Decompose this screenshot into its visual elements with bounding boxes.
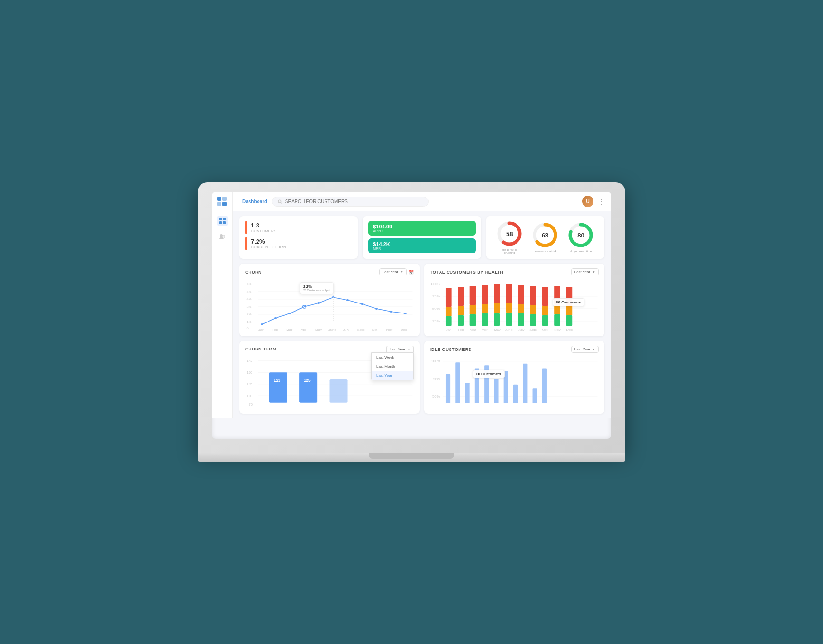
svg-text:June: June	[505, 328, 513, 331]
svg-rect-82	[518, 285, 524, 304]
svg-text:50%: 50%	[432, 394, 440, 398]
svg-text:Apr: Apr	[301, 328, 307, 331]
search-icon	[278, 199, 282, 204]
main-content: Dashboard U ⋮	[233, 192, 611, 418]
svg-text:3%: 3%	[247, 305, 252, 308]
idle-customers-chart-card: IDLE CUSTOMERS Last Year ▼ 100%	[424, 341, 604, 414]
svg-rect-117	[299, 372, 317, 403]
svg-rect-2	[217, 202, 221, 206]
svg-rect-76	[494, 284, 500, 303]
more-menu-icon[interactable]: ⋮	[598, 198, 604, 205]
donut-need-time: 80 do you need time	[568, 222, 593, 253]
donut-1-label: are at risk of churning	[497, 248, 522, 254]
svg-rect-127	[455, 362, 460, 403]
donut-3-value: 80	[577, 232, 584, 239]
churn-tooltip-sub: 28 Customers in April	[303, 289, 330, 292]
svg-text:Sept: Sept	[529, 328, 537, 331]
svg-rect-3	[222, 202, 227, 206]
svg-text:July: July	[518, 328, 525, 331]
svg-point-38	[361, 303, 363, 305]
dropdown-item-last-month[interactable]: Last Month	[372, 362, 413, 371]
search-box[interactable]	[272, 197, 428, 207]
kpi-mrr-value: $14.2K	[373, 241, 470, 247]
kpi-customers-value: 1.3	[251, 222, 277, 229]
svg-rect-131	[494, 379, 498, 403]
svg-rect-90	[554, 305, 560, 314]
svg-text:25%: 25%	[432, 320, 440, 322]
svg-text:Mar: Mar	[286, 328, 293, 331]
svg-rect-0	[217, 197, 221, 201]
sidebar-item-dashboard[interactable]	[217, 216, 228, 226]
svg-rect-89	[554, 314, 560, 326]
svg-rect-93	[566, 306, 573, 315]
kpi-card-customers-churn: 1.3 Customers 7.2% Current Churn	[239, 216, 358, 259]
svg-rect-92	[566, 315, 573, 326]
svg-point-8	[220, 234, 223, 237]
idle-customers-chart-title: IDLE CUSTOMERS	[430, 347, 471, 352]
donut-3-label: do you need time	[570, 250, 592, 253]
svg-rect-136	[542, 368, 547, 403]
dropdown-item-last-year[interactable]: Last Year	[372, 371, 413, 380]
svg-rect-65	[458, 315, 464, 326]
search-input[interactable]	[285, 199, 422, 204]
svg-rect-5	[223, 218, 226, 220]
svg-text:Jan: Jan	[446, 328, 451, 331]
svg-point-40	[390, 311, 392, 313]
svg-rect-63	[446, 307, 452, 316]
total-customers-chart-title: TOTAL CUSTOMERS BY HEALTH	[430, 270, 504, 275]
charts-row-2: CHURN TERM Last Year ▲ Last Week	[239, 341, 604, 414]
svg-point-31	[261, 323, 263, 325]
total-customers-badge: 60 Customers	[553, 298, 584, 306]
nav-dashboard-label[interactable]: Dashboard	[242, 199, 267, 204]
svg-text:Nov: Nov	[554, 328, 561, 331]
svg-point-32	[274, 317, 277, 319]
svg-text:July: July	[343, 328, 349, 331]
svg-text:5%: 5%	[247, 290, 252, 293]
churn-calendar-icon[interactable]: 📅	[409, 270, 414, 275]
kpi-churn: 7.2% Current Churn	[245, 237, 352, 250]
churn-chart-card: CHURN Last Year ▼ 📅	[239, 264, 420, 336]
dropdown-item-last-week[interactable]: Last Week	[372, 353, 413, 362]
laptop-base	[198, 453, 625, 462]
churn-tooltip-value: 2.2%	[303, 284, 330, 289]
kpi-bar-customers	[245, 221, 247, 234]
kpi-customers: 1.3 Customers	[245, 221, 352, 234]
total-customers-bar-chart: 100% 75% 50% 25%	[430, 279, 599, 331]
svg-text:100: 100	[247, 394, 253, 398]
svg-text:75%: 75%	[432, 377, 440, 381]
churn-term-chart-title: CHURN TERM	[245, 347, 277, 351]
svg-text:Oct: Oct	[372, 328, 377, 331]
churn-chart-title: CHURN	[245, 270, 262, 275]
svg-text:Sept: Sept	[357, 328, 365, 331]
total-customers-filter[interactable]: Last Year ▼	[571, 268, 599, 275]
svg-rect-71	[482, 313, 488, 326]
avatar: U	[582, 196, 593, 207]
idle-customers-badge: 60 Customers	[473, 370, 505, 378]
svg-text:125: 125	[247, 382, 253, 386]
idle-customers-filter-arrow: ▼	[592, 348, 595, 351]
svg-text:2%: 2%	[247, 313, 252, 316]
app-logo	[217, 197, 228, 207]
churn-term-filter-arrow: ▲	[407, 348, 411, 351]
idle-customers-filter-label: Last Year	[574, 347, 590, 351]
donut-2-value: 63	[542, 232, 548, 239]
kpi-churn-value: 7.2%	[251, 238, 286, 245]
svg-rect-72	[482, 304, 488, 313]
kpi-arpu: $104.09 ARPU	[368, 221, 475, 236]
churn-term-filter[interactable]: Last Year ▲	[386, 346, 414, 352]
churn-filter-dropdown[interactable]: Last Year ▼	[379, 268, 407, 275]
svg-text:0: 0	[247, 327, 249, 330]
total-customers-filter-label: Last Year	[574, 270, 590, 274]
svg-point-35	[317, 302, 320, 304]
svg-rect-134	[523, 364, 527, 403]
svg-rect-78	[506, 303, 512, 313]
churn-term-chart-header: CHURN TERM Last Year ▲ Last Week	[245, 346, 414, 352]
svg-text:4%: 4%	[247, 298, 252, 301]
idle-customers-filter[interactable]: Last Year ▼	[571, 346, 599, 353]
svg-text:Mar: Mar	[470, 328, 477, 331]
svg-rect-77	[506, 313, 512, 326]
sidebar-item-users[interactable]	[217, 232, 228, 242]
kpi-churn-label: Current Churn	[251, 245, 286, 249]
svg-text:Dec: Dec	[401, 328, 407, 331]
svg-rect-126	[446, 374, 450, 403]
